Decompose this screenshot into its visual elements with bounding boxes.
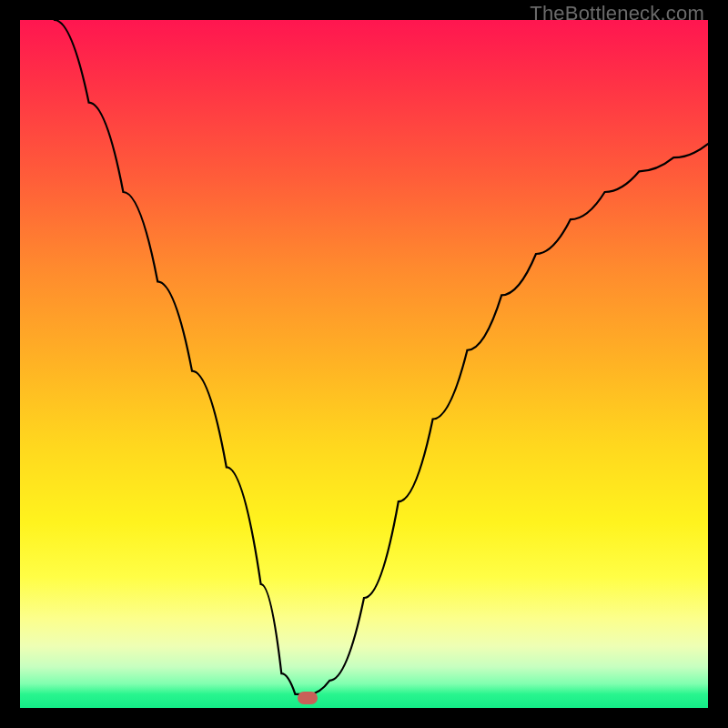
minimum-marker	[298, 692, 318, 704]
plot-area	[20, 20, 708, 708]
chart-frame: TheBottleneck.com	[0, 0, 728, 728]
bottleneck-curve	[20, 20, 708, 708]
